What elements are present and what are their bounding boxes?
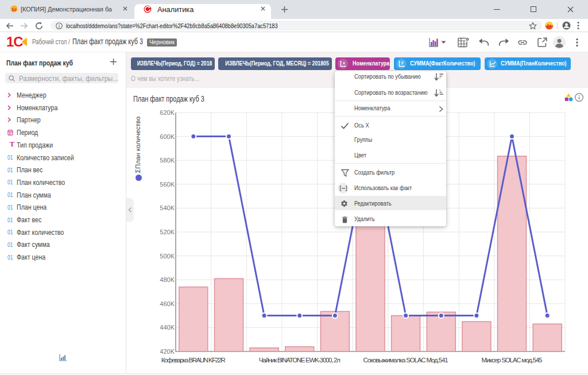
svg-text:Чайник BINATONE EWK-3000, 2л: Чайник BINATONE EWK-3000, 2л — [259, 357, 341, 364]
svg-text:480K: 480K — [160, 276, 175, 283]
svg-text:x: x — [343, 60, 345, 64]
svg-text:540K: 540K — [160, 204, 175, 211]
svg-text:580K: 580K — [160, 157, 175, 164]
svg-text:Соковыжималка SOLAC Мод.541: Соковыжималка SOLAC Мод.541 — [363, 357, 448, 364]
svg-text:620K: 620K — [160, 109, 175, 116]
svg-text:Кофеварка BRAUN KF22R: Кофеварка BRAUN KF22R — [161, 357, 226, 364]
svg-text:1с: 1с — [547, 24, 552, 28]
svg-text:Миксер SOLAC мод.545: Миксер SOLAC мод.545 — [482, 357, 543, 364]
svg-text:560K: 560K — [160, 181, 175, 188]
svg-text:500K: 500K — [160, 253, 175, 260]
svg-text:440K: 440K — [160, 324, 175, 331]
svg-text:520K: 520K — [160, 229, 175, 235]
svg-text:У: У — [401, 60, 404, 64]
svg-text:1С: 1С — [6, 34, 23, 49]
svg-text:1с: 1с — [11, 7, 17, 12]
svg-text:420K: 420K — [160, 348, 175, 355]
svg-text:600K: 600K — [160, 133, 175, 140]
svg-text:460K: 460K — [160, 300, 175, 307]
